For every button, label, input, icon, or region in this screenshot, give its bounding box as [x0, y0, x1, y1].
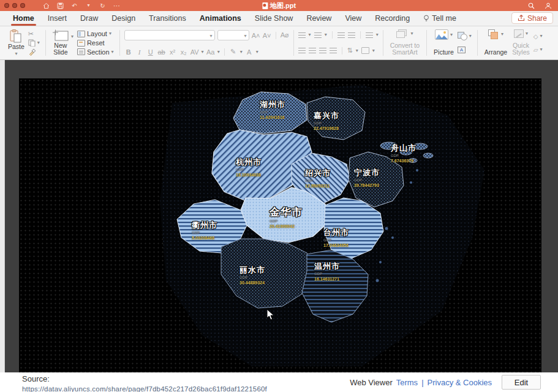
layout-label: Layout [87, 30, 107, 37]
tab-label: Review [306, 14, 331, 23]
character-spacing-button[interactable]: AV [190, 48, 199, 56]
city-label[interactable]: 嘉兴市GDP22.47919628 [314, 111, 339, 130]
terms-link[interactable]: Terms [396, 378, 418, 387]
city-label[interactable]: 金华市GDP20.41909042 [270, 207, 303, 228]
tab-recording[interactable]: Recording [368, 11, 417, 26]
subscript-button[interactable]: x₂ [179, 48, 188, 56]
font-name-combobox[interactable]: ▾ [124, 30, 215, 40]
picture-button[interactable]: ▾ Picture [431, 28, 456, 58]
font-group: ▾ ▾ A˄ A˅ A⌀ B I U ab x² x₂ AV▾ Aa▾ ✎▾ A… [121, 28, 292, 58]
privacy-cookies-link[interactable]: Privacy & Cookies [428, 378, 492, 387]
lightbulb-icon [423, 15, 429, 23]
city-label[interactable]: 宁波市GDP39.78442793 [354, 168, 380, 187]
city-label[interactable]: 舟山市GDP7.67436379 [391, 144, 417, 163]
share-button[interactable]: Share [511, 12, 553, 24]
bold-button[interactable]: B [124, 48, 133, 56]
clear-formatting-button[interactable]: A⌀ [281, 31, 289, 39]
numbering-button[interactable] [314, 32, 322, 38]
text-direction-chevron-icon: ▾ [356, 48, 358, 53]
tab-design[interactable]: Design [105, 11, 142, 26]
tab-draw[interactable]: Draw [74, 11, 105, 26]
reset-button[interactable]: Reset [77, 39, 114, 48]
section-button[interactable]: Section▾ [77, 47, 114, 56]
thumbnail-pane-edge[interactable] [0, 60, 5, 372]
city-label[interactable]: 台州市GDP17.24634956 [323, 228, 349, 247]
city-label[interactable]: 温州市GDP16.14631271 [314, 262, 340, 281]
zoom-window-button[interactable] [20, 3, 25, 8]
more-commands-icon[interactable]: ⋯ [113, 2, 121, 10]
decrease-font-size-button[interactable]: A˅ [263, 32, 271, 39]
text-box-button[interactable]: A [458, 45, 472, 55]
title-bar: ↶ ▾ ↻ ⋯ 地图.ppt [0, 0, 558, 11]
tab-slide-show[interactable]: Slide Show [248, 11, 300, 26]
tab-label: Tell me [432, 14, 456, 23]
minimize-window-button[interactable] [12, 3, 17, 8]
underline-button[interactable]: U [146, 48, 155, 56]
tab-tell-me[interactable]: Tell me [417, 11, 463, 26]
paste-button[interactable]: Paste ▾ [6, 28, 27, 58]
edit-button[interactable]: Edit [502, 375, 541, 390]
city-sublabel: GDP [354, 178, 380, 182]
city-name: 丽水市 [239, 266, 265, 274]
section-label: Section [87, 48, 110, 56]
home-icon[interactable] [42, 2, 50, 10]
align-center-button[interactable] [309, 48, 316, 53]
strikethrough-button[interactable]: ab [157, 48, 166, 56]
font-color-button[interactable]: A [245, 48, 254, 56]
justify-button[interactable] [330, 48, 337, 53]
save-icon[interactable] [56, 2, 64, 10]
tab-insert[interactable]: Insert [41, 11, 74, 26]
tab-view[interactable]: View [338, 11, 368, 26]
font-size-combobox[interactable]: ▾ [217, 30, 249, 40]
slide-canvas[interactable]: 湖州市GDP11.42041616嘉兴市GDP22.47919628舟山市GDP… [19, 78, 541, 372]
city-label[interactable]: 湖州市GDP11.42041616 [260, 100, 285, 119]
shape-outline-button[interactable]: ▱▾ [533, 45, 543, 55]
city-label[interactable]: 衢州市GDP5.09208468 [192, 221, 217, 240]
tab-home[interactable]: Home [6, 11, 41, 26]
tab-animations[interactable]: Animations [193, 11, 248, 26]
city-label[interactable]: 绍兴市GDP12.55053211 [305, 169, 331, 188]
format-painter-button[interactable] [28, 47, 40, 56]
shapes-button[interactable]: ▾ [458, 31, 472, 41]
close-window-button[interactable] [4, 3, 9, 8]
arrange-button[interactable]: ▾ Arrange [482, 28, 510, 58]
arrange-label: Arrange [484, 49, 507, 56]
increase-font-size-button[interactable]: A˄ [252, 32, 260, 39]
search-icon[interactable] [527, 2, 535, 10]
superscript-button[interactable]: x² [168, 48, 177, 56]
city-label[interactable]: 丽水市GDP30.44889324 [239, 266, 265, 285]
undo-chevron-icon[interactable]: ▾ [85, 2, 92, 10]
scissors-icon: ✂ [28, 30, 34, 38]
line-spacing-button[interactable] [366, 32, 373, 38]
cut-button[interactable]: ✂ [28, 29, 40, 39]
align-text-button[interactable] [361, 47, 369, 54]
tab-label: View [345, 14, 361, 23]
bullets-button[interactable] [298, 32, 306, 38]
tab-review[interactable]: Review [300, 11, 338, 26]
convert-to-smartart-button[interactable]: ▾ Convert to SmartArt [388, 28, 422, 58]
slide-workspace: 湖州市GDP11.42041616嘉兴市GDP22.47919628舟山市GDP… [0, 60, 558, 372]
clipboard-group: Paste ▾ ✂ ▾ [2, 28, 44, 58]
tab-label: Insert [48, 14, 67, 23]
account-icon[interactable] [544, 2, 552, 10]
undo-icon[interactable]: ↶ [70, 2, 78, 10]
italic-button[interactable]: I [135, 48, 144, 56]
align-left-button[interactable] [298, 48, 306, 53]
quick-styles-button[interactable]: ▾ Quick Styles [510, 28, 532, 58]
increase-indent-button[interactable] [348, 32, 355, 38]
text-direction-button[interactable]: ⇅ [347, 47, 353, 55]
highlight-color-button[interactable]: ✎ [229, 48, 238, 56]
change-case-button[interactable]: Aa [206, 48, 215, 56]
layout-button[interactable]: Layout▾ [77, 29, 114, 39]
redo-icon[interactable]: ↻ [99, 2, 107, 10]
tab-transitions[interactable]: Transitions [142, 11, 193, 26]
picture-label: Picture [434, 49, 454, 56]
city-label[interactable]: 杭州市GDP18.10934038 [236, 158, 262, 177]
copy-button[interactable]: ▾ [28, 39, 40, 48]
align-right-button[interactable] [319, 48, 326, 53]
new-slide-button[interactable]: New Slide [50, 28, 71, 58]
shape-fill-button[interactable]: ◇▾ [533, 31, 543, 41]
decrease-indent-button[interactable] [337, 32, 345, 38]
new-slide-chevron-icon[interactable]: ▾ [71, 34, 74, 39]
arrange-chevron-icon: ▾ [501, 32, 503, 37]
